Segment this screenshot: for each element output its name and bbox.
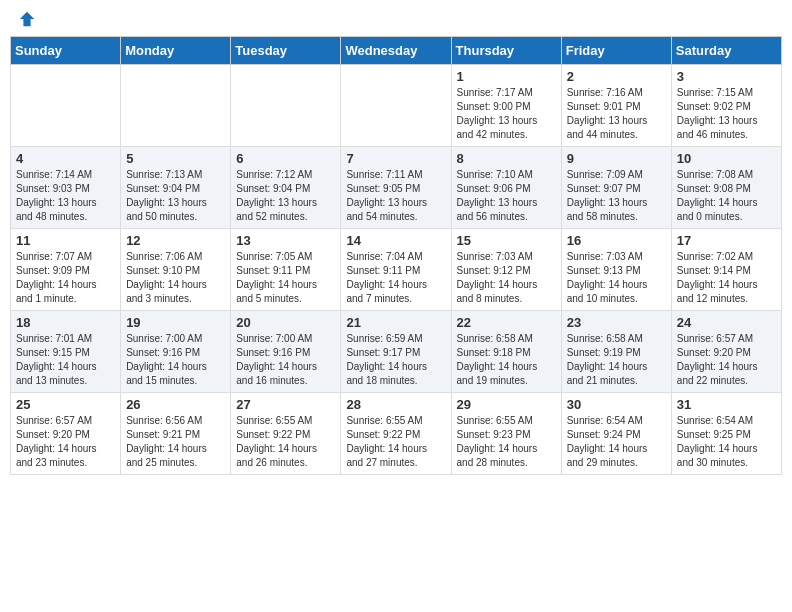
- calendar-cell: 22Sunrise: 6:58 AM Sunset: 9:18 PM Dayli…: [451, 311, 561, 393]
- calendar-cell: 17Sunrise: 7:02 AM Sunset: 9:14 PM Dayli…: [671, 229, 781, 311]
- calendar-cell: 4Sunrise: 7:14 AM Sunset: 9:03 PM Daylig…: [11, 147, 121, 229]
- day-info: Sunrise: 6:56 AM Sunset: 9:21 PM Dayligh…: [126, 414, 225, 470]
- calendar-cell: 16Sunrise: 7:03 AM Sunset: 9:13 PM Dayli…: [561, 229, 671, 311]
- day-info: Sunrise: 7:02 AM Sunset: 9:14 PM Dayligh…: [677, 250, 776, 306]
- day-number: 16: [567, 233, 666, 248]
- day-number: 25: [16, 397, 115, 412]
- day-number: 23: [567, 315, 666, 330]
- calendar-cell: [341, 65, 451, 147]
- day-info: Sunrise: 7:08 AM Sunset: 9:08 PM Dayligh…: [677, 168, 776, 224]
- day-number: 26: [126, 397, 225, 412]
- calendar-cell: 6Sunrise: 7:12 AM Sunset: 9:04 PM Daylig…: [231, 147, 341, 229]
- calendar-cell: 30Sunrise: 6:54 AM Sunset: 9:24 PM Dayli…: [561, 393, 671, 475]
- calendar-cell: 3Sunrise: 7:15 AM Sunset: 9:02 PM Daylig…: [671, 65, 781, 147]
- days-header-row: SundayMondayTuesdayWednesdayThursdayFrid…: [11, 37, 782, 65]
- day-number: 21: [346, 315, 445, 330]
- calendar-cell: 13Sunrise: 7:05 AM Sunset: 9:11 PM Dayli…: [231, 229, 341, 311]
- day-number: 15: [457, 233, 556, 248]
- day-number: 19: [126, 315, 225, 330]
- calendar-cell: 15Sunrise: 7:03 AM Sunset: 9:12 PM Dayli…: [451, 229, 561, 311]
- calendar-cell: 23Sunrise: 6:58 AM Sunset: 9:19 PM Dayli…: [561, 311, 671, 393]
- calendar-cell: 26Sunrise: 6:56 AM Sunset: 9:21 PM Dayli…: [121, 393, 231, 475]
- day-info: Sunrise: 7:15 AM Sunset: 9:02 PM Dayligh…: [677, 86, 776, 142]
- calendar-cell: 20Sunrise: 7:00 AM Sunset: 9:16 PM Dayli…: [231, 311, 341, 393]
- calendar-cell: [11, 65, 121, 147]
- calendar-cell: 31Sunrise: 6:54 AM Sunset: 9:25 PM Dayli…: [671, 393, 781, 475]
- day-info: Sunrise: 7:03 AM Sunset: 9:12 PM Dayligh…: [457, 250, 556, 306]
- day-info: Sunrise: 6:54 AM Sunset: 9:25 PM Dayligh…: [677, 414, 776, 470]
- day-info: Sunrise: 6:57 AM Sunset: 9:20 PM Dayligh…: [677, 332, 776, 388]
- day-number: 7: [346, 151, 445, 166]
- day-number: 20: [236, 315, 335, 330]
- day-header-thursday: Thursday: [451, 37, 561, 65]
- calendar-cell: [121, 65, 231, 147]
- day-number: 6: [236, 151, 335, 166]
- calendar-cell: 7Sunrise: 7:11 AM Sunset: 9:05 PM Daylig…: [341, 147, 451, 229]
- day-info: Sunrise: 6:55 AM Sunset: 9:22 PM Dayligh…: [236, 414, 335, 470]
- day-number: 11: [16, 233, 115, 248]
- day-header-sunday: Sunday: [11, 37, 121, 65]
- day-info: Sunrise: 6:55 AM Sunset: 9:22 PM Dayligh…: [346, 414, 445, 470]
- day-info: Sunrise: 7:01 AM Sunset: 9:15 PM Dayligh…: [16, 332, 115, 388]
- day-info: Sunrise: 6:58 AM Sunset: 9:19 PM Dayligh…: [567, 332, 666, 388]
- calendar-cell: 21Sunrise: 6:59 AM Sunset: 9:17 PM Dayli…: [341, 311, 451, 393]
- day-number: 14: [346, 233, 445, 248]
- calendar-cell: 29Sunrise: 6:55 AM Sunset: 9:23 PM Dayli…: [451, 393, 561, 475]
- day-info: Sunrise: 7:03 AM Sunset: 9:13 PM Dayligh…: [567, 250, 666, 306]
- day-number: 12: [126, 233, 225, 248]
- day-info: Sunrise: 7:07 AM Sunset: 9:09 PM Dayligh…: [16, 250, 115, 306]
- calendar-cell: 2Sunrise: 7:16 AM Sunset: 9:01 PM Daylig…: [561, 65, 671, 147]
- day-number: 13: [236, 233, 335, 248]
- day-info: Sunrise: 7:12 AM Sunset: 9:04 PM Dayligh…: [236, 168, 335, 224]
- day-info: Sunrise: 7:10 AM Sunset: 9:06 PM Dayligh…: [457, 168, 556, 224]
- calendar-cell: 25Sunrise: 6:57 AM Sunset: 9:20 PM Dayli…: [11, 393, 121, 475]
- calendar-cell: 5Sunrise: 7:13 AM Sunset: 9:04 PM Daylig…: [121, 147, 231, 229]
- day-number: 24: [677, 315, 776, 330]
- calendar-cell: 8Sunrise: 7:10 AM Sunset: 9:06 PM Daylig…: [451, 147, 561, 229]
- day-info: Sunrise: 7:16 AM Sunset: 9:01 PM Dayligh…: [567, 86, 666, 142]
- calendar-cell: 24Sunrise: 6:57 AM Sunset: 9:20 PM Dayli…: [671, 311, 781, 393]
- day-number: 8: [457, 151, 556, 166]
- calendar-cell: 19Sunrise: 7:00 AM Sunset: 9:16 PM Dayli…: [121, 311, 231, 393]
- calendar-cell: 10Sunrise: 7:08 AM Sunset: 9:08 PM Dayli…: [671, 147, 781, 229]
- day-info: Sunrise: 7:00 AM Sunset: 9:16 PM Dayligh…: [236, 332, 335, 388]
- day-number: 29: [457, 397, 556, 412]
- day-number: 28: [346, 397, 445, 412]
- calendar-cell: 1Sunrise: 7:17 AM Sunset: 9:00 PM Daylig…: [451, 65, 561, 147]
- day-info: Sunrise: 7:04 AM Sunset: 9:11 PM Dayligh…: [346, 250, 445, 306]
- calendar-cell: 12Sunrise: 7:06 AM Sunset: 9:10 PM Dayli…: [121, 229, 231, 311]
- day-number: 9: [567, 151, 666, 166]
- day-number: 3: [677, 69, 776, 84]
- day-number: 31: [677, 397, 776, 412]
- day-info: Sunrise: 7:05 AM Sunset: 9:11 PM Dayligh…: [236, 250, 335, 306]
- svg-marker-0: [20, 12, 34, 26]
- calendar-week-2: 4Sunrise: 7:14 AM Sunset: 9:03 PM Daylig…: [11, 147, 782, 229]
- day-number: 22: [457, 315, 556, 330]
- calendar-cell: 18Sunrise: 7:01 AM Sunset: 9:15 PM Dayli…: [11, 311, 121, 393]
- day-info: Sunrise: 6:58 AM Sunset: 9:18 PM Dayligh…: [457, 332, 556, 388]
- calendar-cell: 9Sunrise: 7:09 AM Sunset: 9:07 PM Daylig…: [561, 147, 671, 229]
- calendar-week-3: 11Sunrise: 7:07 AM Sunset: 9:09 PM Dayli…: [11, 229, 782, 311]
- day-info: Sunrise: 6:57 AM Sunset: 9:20 PM Dayligh…: [16, 414, 115, 470]
- day-info: Sunrise: 6:55 AM Sunset: 9:23 PM Dayligh…: [457, 414, 556, 470]
- calendar-table: SundayMondayTuesdayWednesdayThursdayFrid…: [10, 36, 782, 475]
- day-info: Sunrise: 7:13 AM Sunset: 9:04 PM Dayligh…: [126, 168, 225, 224]
- day-number: 10: [677, 151, 776, 166]
- day-info: Sunrise: 7:06 AM Sunset: 9:10 PM Dayligh…: [126, 250, 225, 306]
- logo: [14, 10, 38, 28]
- day-header-monday: Monday: [121, 37, 231, 65]
- day-number: 2: [567, 69, 666, 84]
- calendar-cell: 27Sunrise: 6:55 AM Sunset: 9:22 PM Dayli…: [231, 393, 341, 475]
- day-number: 18: [16, 315, 115, 330]
- calendar-week-1: 1Sunrise: 7:17 AM Sunset: 9:00 PM Daylig…: [11, 65, 782, 147]
- day-info: Sunrise: 7:11 AM Sunset: 9:05 PM Dayligh…: [346, 168, 445, 224]
- calendar-cell: 14Sunrise: 7:04 AM Sunset: 9:11 PM Dayli…: [341, 229, 451, 311]
- logo-icon: [18, 10, 36, 28]
- calendar-cell: 11Sunrise: 7:07 AM Sunset: 9:09 PM Dayli…: [11, 229, 121, 311]
- page-header: [10, 10, 782, 28]
- day-info: Sunrise: 7:09 AM Sunset: 9:07 PM Dayligh…: [567, 168, 666, 224]
- day-header-wednesday: Wednesday: [341, 37, 451, 65]
- day-info: Sunrise: 6:59 AM Sunset: 9:17 PM Dayligh…: [346, 332, 445, 388]
- calendar-cell: [231, 65, 341, 147]
- calendar-cell: 28Sunrise: 6:55 AM Sunset: 9:22 PM Dayli…: [341, 393, 451, 475]
